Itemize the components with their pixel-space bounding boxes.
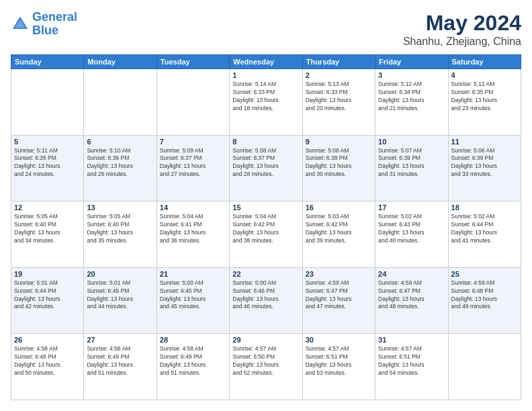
day-info: Sunrise: 4:57 AM Sunset: 6:51 PM Dayligh… bbox=[378, 345, 445, 377]
table-row: 31Sunrise: 4:57 AM Sunset: 6:51 PM Dayli… bbox=[375, 334, 448, 400]
day-number: 4 bbox=[451, 71, 518, 79]
day-number: 15 bbox=[232, 203, 299, 212]
day-number: 5 bbox=[14, 138, 81, 146]
day-info: Sunrise: 4:57 AM Sunset: 6:51 PM Dayligh… bbox=[306, 345, 372, 377]
day-number: 30 bbox=[306, 336, 372, 344]
calendar-week-row: 26Sunrise: 4:58 AM Sunset: 6:48 PM Dayli… bbox=[11, 334, 521, 400]
calendar-table: Sunday Monday Tuesday Wednesday Thursday… bbox=[11, 54, 521, 400]
day-number: 6 bbox=[87, 138, 153, 146]
day-number: 2 bbox=[306, 71, 372, 79]
logo: General Blue bbox=[11, 11, 77, 38]
table-row: 8Sunrise: 5:08 AM Sunset: 6:37 PM Daylig… bbox=[230, 135, 302, 201]
logo-line2: Blue bbox=[32, 24, 58, 37]
day-number: 7 bbox=[160, 138, 226, 146]
day-info: Sunrise: 5:11 AM Sunset: 6:35 PM Dayligh… bbox=[14, 147, 81, 179]
calendar-week-row: 12Sunrise: 5:05 AM Sunset: 6:40 PM Dayli… bbox=[11, 201, 521, 268]
day-number: 31 bbox=[378, 336, 445, 344]
day-info: Sunrise: 4:59 AM Sunset: 6:47 PM Dayligh… bbox=[306, 279, 372, 312]
day-number: 22 bbox=[232, 270, 299, 278]
calendar-week-row: 1Sunrise: 5:14 AM Sunset: 6:33 PM Daylig… bbox=[11, 69, 521, 136]
day-info: Sunrise: 5:13 AM Sunset: 6:33 PM Dayligh… bbox=[306, 81, 372, 113]
table-row: 15Sunrise: 5:04 AM Sunset: 6:42 PM Dayli… bbox=[230, 201, 302, 268]
subtitle: Shanhu, Zhejiang, China bbox=[403, 36, 521, 48]
day-info: Sunrise: 4:59 AM Sunset: 6:48 PM Dayligh… bbox=[451, 279, 518, 312]
day-number: 11 bbox=[451, 138, 518, 146]
day-info: Sunrise: 4:57 AM Sunset: 6:50 PM Dayligh… bbox=[232, 345, 299, 377]
day-info: Sunrise: 5:04 AM Sunset: 6:41 PM Dayligh… bbox=[160, 213, 226, 245]
day-info: Sunrise: 5:05 AM Sunset: 6:40 PM Dayligh… bbox=[87, 213, 153, 245]
table-row: 28Sunrise: 4:58 AM Sunset: 6:49 PM Dayli… bbox=[157, 334, 229, 400]
calendar-week-row: 19Sunrise: 5:01 AM Sunset: 6:44 PM Dayli… bbox=[11, 267, 521, 334]
col-friday: Friday bbox=[375, 55, 448, 69]
day-number: 12 bbox=[14, 203, 81, 212]
table-row: 17Sunrise: 5:02 AM Sunset: 6:43 PM Dayli… bbox=[375, 201, 448, 268]
day-info: Sunrise: 5:07 AM Sunset: 6:39 PM Dayligh… bbox=[378, 147, 445, 179]
day-info: Sunrise: 5:00 AM Sunset: 6:45 PM Dayligh… bbox=[160, 279, 226, 312]
day-number: 20 bbox=[87, 270, 153, 278]
day-number: 24 bbox=[378, 270, 445, 278]
day-info: Sunrise: 4:58 AM Sunset: 6:49 PM Dayligh… bbox=[160, 345, 226, 377]
day-info: Sunrise: 5:02 AM Sunset: 6:43 PM Dayligh… bbox=[378, 213, 445, 245]
calendar-week-row: 5Sunrise: 5:11 AM Sunset: 6:35 PM Daylig… bbox=[11, 135, 521, 201]
table-row: 26Sunrise: 4:58 AM Sunset: 6:48 PM Dayli… bbox=[11, 334, 84, 400]
logo-icon bbox=[11, 15, 30, 34]
table-row: 5Sunrise: 5:11 AM Sunset: 6:35 PM Daylig… bbox=[11, 135, 84, 201]
table-row: 7Sunrise: 5:09 AM Sunset: 6:37 PM Daylig… bbox=[157, 135, 229, 201]
day-number: 25 bbox=[451, 270, 518, 278]
day-number: 19 bbox=[14, 270, 81, 278]
table-row: 12Sunrise: 5:05 AM Sunset: 6:40 PM Dayli… bbox=[11, 201, 84, 268]
day-info: Sunrise: 5:09 AM Sunset: 6:37 PM Dayligh… bbox=[160, 147, 226, 179]
table-row: 30Sunrise: 4:57 AM Sunset: 6:51 PM Dayli… bbox=[302, 334, 375, 400]
table-row bbox=[84, 69, 157, 136]
title-block: May 2024 Shanhu, Zhejiang, China bbox=[403, 11, 521, 48]
day-info: Sunrise: 5:14 AM Sunset: 6:33 PM Dayligh… bbox=[232, 81, 299, 113]
main-title: May 2024 bbox=[403, 11, 521, 36]
day-info: Sunrise: 5:03 AM Sunset: 6:42 PM Dayligh… bbox=[306, 213, 372, 245]
day-info: Sunrise: 4:58 AM Sunset: 6:48 PM Dayligh… bbox=[14, 345, 81, 377]
table-row: 11Sunrise: 5:06 AM Sunset: 6:39 PM Dayli… bbox=[448, 135, 521, 201]
col-thursday: Thursday bbox=[302, 55, 375, 69]
day-info: Sunrise: 5:04 AM Sunset: 6:42 PM Dayligh… bbox=[232, 213, 299, 245]
day-number: 3 bbox=[378, 71, 445, 79]
col-monday: Monday bbox=[84, 55, 157, 69]
day-number: 27 bbox=[87, 336, 153, 344]
day-info: Sunrise: 5:12 AM Sunset: 6:34 PM Dayligh… bbox=[378, 81, 445, 113]
day-info: Sunrise: 5:06 AM Sunset: 6:39 PM Dayligh… bbox=[451, 147, 518, 179]
calendar-header-row: Sunday Monday Tuesday Wednesday Thursday… bbox=[11, 55, 521, 69]
day-info: Sunrise: 5:01 AM Sunset: 6:45 PM Dayligh… bbox=[87, 279, 153, 312]
day-number: 8 bbox=[232, 138, 299, 146]
day-info: Sunrise: 4:59 AM Sunset: 6:47 PM Dayligh… bbox=[378, 279, 445, 312]
day-info: Sunrise: 5:01 AM Sunset: 6:44 PM Dayligh… bbox=[14, 279, 81, 312]
table-row: 27Sunrise: 4:58 AM Sunset: 6:49 PM Dayli… bbox=[84, 334, 157, 400]
day-number: 13 bbox=[87, 203, 153, 212]
day-number: 14 bbox=[160, 203, 226, 212]
col-tuesday: Tuesday bbox=[157, 55, 229, 69]
day-number: 16 bbox=[306, 203, 372, 212]
day-info: Sunrise: 4:58 AM Sunset: 6:49 PM Dayligh… bbox=[87, 345, 153, 377]
col-saturday: Saturday bbox=[448, 55, 521, 69]
table-row: 14Sunrise: 5:04 AM Sunset: 6:41 PM Dayli… bbox=[157, 201, 229, 268]
table-row: 29Sunrise: 4:57 AM Sunset: 6:50 PM Dayli… bbox=[230, 334, 302, 400]
col-sunday: Sunday bbox=[11, 55, 84, 69]
table-row bbox=[448, 334, 521, 400]
table-row: 2Sunrise: 5:13 AM Sunset: 6:33 PM Daylig… bbox=[302, 69, 375, 136]
table-row: 4Sunrise: 5:11 AM Sunset: 6:35 PM Daylig… bbox=[448, 69, 521, 136]
day-number: 17 bbox=[378, 203, 445, 212]
logo-line1: General bbox=[32, 10, 77, 24]
table-row: 23Sunrise: 4:59 AM Sunset: 6:47 PM Dayli… bbox=[302, 267, 375, 334]
day-info: Sunrise: 5:08 AM Sunset: 6:37 PM Dayligh… bbox=[232, 147, 299, 179]
table-row: 24Sunrise: 4:59 AM Sunset: 6:47 PM Dayli… bbox=[375, 267, 448, 334]
day-info: Sunrise: 5:05 AM Sunset: 6:40 PM Dayligh… bbox=[14, 213, 81, 245]
day-number: 28 bbox=[160, 336, 226, 344]
table-row: 19Sunrise: 5:01 AM Sunset: 6:44 PM Dayli… bbox=[11, 267, 84, 334]
col-wednesday: Wednesday bbox=[230, 55, 302, 69]
day-number: 9 bbox=[306, 138, 372, 146]
table-row: 1Sunrise: 5:14 AM Sunset: 6:33 PM Daylig… bbox=[230, 69, 302, 136]
day-info: Sunrise: 5:11 AM Sunset: 6:35 PM Dayligh… bbox=[451, 81, 518, 113]
table-row: 25Sunrise: 4:59 AM Sunset: 6:48 PM Dayli… bbox=[448, 267, 521, 334]
day-number: 29 bbox=[232, 336, 299, 344]
table-row bbox=[11, 69, 84, 136]
table-row: 16Sunrise: 5:03 AM Sunset: 6:42 PM Dayli… bbox=[302, 201, 375, 268]
table-row bbox=[157, 69, 229, 136]
table-row: 10Sunrise: 5:07 AM Sunset: 6:39 PM Dayli… bbox=[375, 135, 448, 201]
